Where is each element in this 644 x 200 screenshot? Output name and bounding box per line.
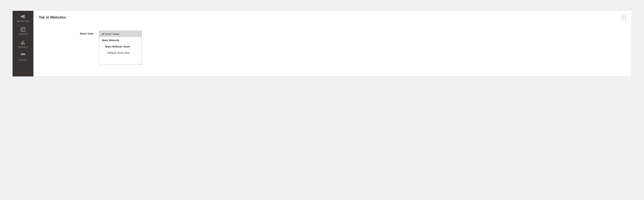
store-view-row: Store View * All Store Views Main Websit… — [39, 31, 626, 65]
section-header: Tab in Websites — [39, 15, 626, 20]
chevron-up-icon — [622, 17, 624, 18]
sidebar-item-content[interactable]: CONTENT — [12, 25, 34, 37]
sidebar-item-label: STORES — [19, 59, 27, 61]
store-view-select[interactable]: All Store Views Main Website Main Websit… — [99, 31, 142, 65]
sidebar-item-label: CONTENT — [18, 33, 28, 35]
section-title: Tab in Websites — [39, 15, 66, 20]
form-label-column: Store View * — [39, 31, 99, 35]
svg-rect-0 — [21, 28, 25, 32]
storefront-icon — [20, 53, 26, 58]
layout-icon — [21, 27, 25, 32]
sidebar-item-label: MARKETING — [17, 20, 29, 22]
sidebar-item-marketing[interactable]: MARKETING — [12, 12, 34, 25]
admin-sidebar: MARKETING CONTENT REPORTS — [12, 11, 34, 76]
sidebar-item-stores[interactable]: STORES — [12, 50, 34, 63]
store-option-main-website-store[interactable]: Main Website Store — [99, 43, 142, 50]
svg-rect-5 — [24, 43, 25, 45]
store-option-default-store-view[interactable]: Default Store View — [99, 50, 142, 56]
sidebar-item-reports[interactable]: REPORTS — [12, 37, 34, 50]
required-indicator: * — [96, 32, 96, 35]
store-view-label: Store View — [80, 32, 94, 35]
store-option-all[interactable]: All Store Views — [99, 31, 142, 37]
store-option-main-website[interactable]: Main Website — [99, 37, 142, 43]
collapse-toggle-button[interactable] — [621, 15, 626, 20]
svg-rect-3 — [21, 43, 22, 45]
main-content: Tab in Websites Store View * All Store V… — [34, 11, 632, 76]
admin-panel: MARKETING CONTENT REPORTS — [12, 11, 632, 76]
svg-rect-6 — [21, 55, 25, 57]
sidebar-item-label: REPORTS — [18, 46, 28, 48]
form-control-column: All Store Views Main Website Main Websit… — [99, 31, 142, 65]
svg-rect-4 — [22, 41, 23, 45]
megaphone-icon — [20, 14, 26, 19]
bar-chart-icon — [21, 40, 25, 45]
